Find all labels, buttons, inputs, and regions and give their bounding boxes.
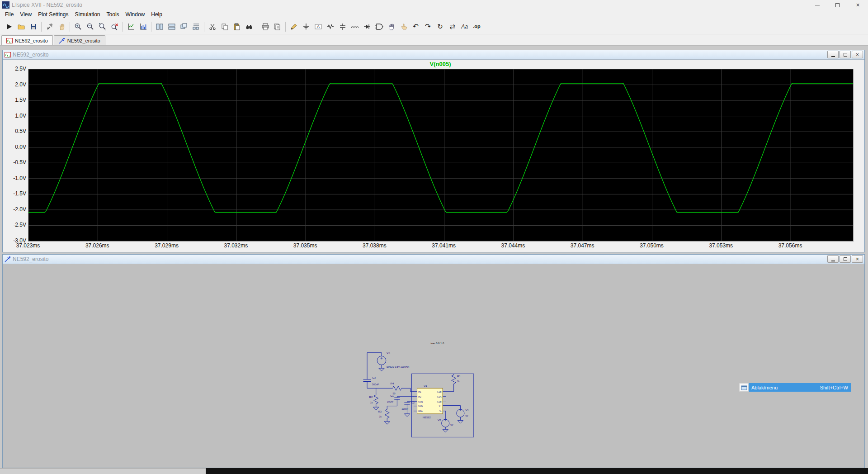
toolbar-copy-button[interactable]: [218, 20, 231, 33]
spice-directive-text[interactable]: .tran 0 0.1 0: [430, 342, 444, 345]
toolbar-cut-button[interactable]: [206, 20, 218, 33]
v2-value: 6V: [450, 423, 453, 426]
toolbar-run-button[interactable]: [3, 20, 15, 33]
zoom-out-icon: [86, 23, 94, 31]
toolbar-pan-button[interactable]: [56, 20, 68, 33]
toolbar-diode-button[interactable]: [361, 20, 373, 33]
tab-schematic[interactable]: NE592_erosito: [54, 35, 105, 45]
plot-close-button[interactable]: ×: [852, 51, 863, 58]
plot-client-area[interactable]: V(n005) 2.5V2.0V1.5V1.0V0.5V0.0V-0.5V-1.…: [3, 60, 864, 252]
toolbar-text-button[interactable]: Aa: [458, 20, 471, 33]
y-axis-tick-label: -1.5V: [4, 190, 26, 197]
toolbar-control-panel-button[interactable]: [43, 20, 56, 33]
c1-capacitor[interactable]: [394, 398, 400, 399]
cut-icon: [208, 23, 217, 31]
schematic-canvas[interactable]: .tran 0 0.1 0 V3 SINE(0 0.5V 100kHz) C3 …: [362, 339, 476, 443]
app-title: LTspice XVII - NE592_erosito: [12, 2, 82, 8]
toolbar-open-button[interactable]: [15, 20, 27, 33]
find-icon: [245, 23, 253, 31]
toolbar-ground-button[interactable]: [300, 20, 312, 33]
toolbar-drag-button[interactable]: [397, 20, 410, 33]
toolbar-redo-button[interactable]: ↷: [422, 20, 434, 33]
y-axis-tick-label: 0.5V: [4, 128, 26, 134]
r2-resistor[interactable]: [373, 394, 379, 410]
taskbar-segment[interactable]: [206, 468, 868, 474]
toolbar-rotate-button[interactable]: ↻: [434, 20, 446, 33]
toolbar-plot-settings-button[interactable]: [137, 20, 149, 33]
schematic-close-button[interactable]: ×: [852, 255, 863, 263]
toolbar-move-button[interactable]: [385, 20, 397, 33]
inductor-icon: [351, 23, 359, 31]
plot-area[interactable]: [28, 69, 854, 242]
toolbar-tile-vertical-button[interactable]: [153, 20, 165, 33]
toolbar-spice-directive-button[interactable]: .op: [471, 20, 483, 33]
toolbar-separator: [285, 22, 286, 32]
menu-item-view[interactable]: View: [17, 10, 35, 19]
menu-item-help[interactable]: Help: [148, 10, 165, 19]
c3-value: 500nF: [372, 383, 379, 386]
tab-plot[interactable]: NE592_erosito: [1, 35, 53, 45]
toolbar-zoom-in-button[interactable]: [72, 20, 84, 33]
plot-window-title-bar[interactable]: NE592_erosito ×: [3, 50, 864, 60]
schematic-window: NE592_erosito ×: [2, 254, 865, 468]
v3-source[interactable]: [377, 356, 386, 371]
c3-capacitor[interactable]: [363, 379, 371, 382]
toolbar-zoom-back-button[interactable]: [108, 20, 121, 33]
x-axis-tick-label: 37.029ms: [142, 242, 192, 249]
toolbar-resistor-button[interactable]: [324, 20, 336, 33]
pin-out1: Out1: [418, 401, 423, 403]
schematic-maximize-button[interactable]: [840, 255, 851, 263]
toolbar-zoom-out-button[interactable]: [84, 20, 96, 33]
r1-resistor[interactable]: [452, 374, 456, 385]
schematic-tab-icon: [59, 38, 65, 44]
window-maximize-button[interactable]: [827, 0, 848, 10]
menu-item-file[interactable]: File: [2, 10, 17, 19]
toolbar-print-all-button[interactable]: [271, 20, 283, 33]
toolbar-zoom-full-button[interactable]: [96, 20, 108, 33]
redo-icon: ↷: [425, 23, 431, 30]
plot-minimize-button[interactable]: [827, 51, 839, 58]
toolbar-paste-button[interactable]: [231, 20, 243, 33]
toolbar-autorange-button[interactable]: [125, 20, 137, 33]
menu-item-plot-settings[interactable]: Plot Settings: [35, 10, 71, 19]
toolbar-draw-wire-button[interactable]: [288, 20, 300, 33]
toolbar-separator: [257, 22, 257, 32]
schematic-minimize-button[interactable]: [827, 255, 839, 263]
toolbar-net-label-button[interactable]: A: [312, 20, 324, 33]
toolbar-inductor-button[interactable]: [349, 20, 361, 33]
schematic-window-title-bar[interactable]: NE592_erosito ×: [3, 255, 864, 264]
window-menu-row[interactable]: Ablak/menü Shift+Ctrl+W: [749, 383, 851, 392]
toolbar-print-button[interactable]: [259, 20, 271, 33]
toolbar-save-button[interactable]: [27, 20, 39, 33]
plot-maximize-button[interactable]: [840, 51, 851, 58]
ground-icon: [302, 23, 310, 31]
pin-vplus: V+: [439, 405, 441, 408]
window-close-button[interactable]: ×: [848, 0, 868, 10]
window-minimize-button[interactable]: [807, 0, 827, 10]
x-axis-tick-label: 37.047ms: [557, 242, 607, 249]
menu-item-window[interactable]: Window: [123, 10, 148, 19]
diode-icon: [363, 23, 371, 31]
toolbar-find-button[interactable]: [243, 20, 255, 33]
toolbar-arrange-icons-button[interactable]: [190, 20, 202, 33]
drag-icon: [400, 23, 408, 31]
schematic-window-title: NE592_erosito: [13, 256, 48, 262]
bottom-bar: [0, 468, 868, 474]
trace-legend[interactable]: V(n005): [28, 61, 853, 67]
app-icon: [2, 1, 9, 9]
v2-source[interactable]: [442, 419, 449, 432]
toolbar-mirror-button[interactable]: ⇄: [446, 20, 458, 33]
r4-resistor[interactable]: [392, 386, 403, 390]
x-axis-tick-label: 37.044ms: [488, 242, 538, 249]
menu-item-simulation[interactable]: Simulation: [72, 10, 104, 19]
toolbar-tile-horizontal-button[interactable]: [165, 20, 178, 33]
r3-resistor[interactable]: [384, 408, 390, 425]
schematic-client-area[interactable]: .tran 0 0.1 0 V3 SINE(0 0.5V 100kHz) C3 …: [3, 264, 864, 468]
toolbar-cascade-windows-button[interactable]: [178, 20, 190, 33]
toolbar-undo-button[interactable]: ↶: [410, 20, 422, 33]
x-axis-tick-label: 37.050ms: [627, 242, 676, 249]
menu-item-tools[interactable]: Tools: [104, 10, 123, 19]
toolbar-capacitor-button[interactable]: [336, 20, 349, 33]
v1-source[interactable]: [457, 409, 464, 423]
toolbar-component-button[interactable]: [373, 20, 385, 33]
